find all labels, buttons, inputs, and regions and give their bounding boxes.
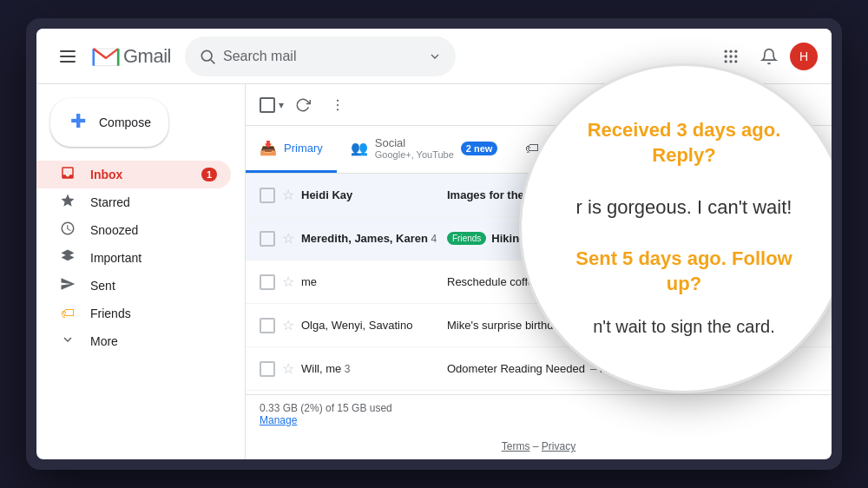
tab-primary[interactable]: 📥 Primary <box>246 126 337 173</box>
privacy-link[interactable]: Privacy <box>542 440 575 452</box>
manage-link[interactable]: Manage <box>260 414 297 426</box>
sender-text: Meredith, James, Karen <box>301 232 428 245</box>
svg-point-9 <box>729 60 732 63</box>
select-all-checkbox[interactable] <box>260 97 275 113</box>
more-options-button[interactable] <box>322 89 353 121</box>
svg-point-4 <box>734 49 737 52</box>
primary-tab-label: Primary <box>284 142 323 155</box>
inbox-icon <box>59 165 76 185</box>
svg-point-6 <box>729 55 732 57</box>
email-count: 4 <box>431 233 437 245</box>
browser-window: Gmail Search mail <box>36 29 832 459</box>
notifications-button[interactable] <box>752 39 786 74</box>
svg-line-1 <box>211 59 215 63</box>
magnifier-text-gorgeous: r is gorgeous. I can't wait! <box>576 195 792 221</box>
svg-point-8 <box>725 60 727 63</box>
email-count: 3 <box>345 363 351 375</box>
user-avatar-button[interactable]: H <box>790 43 818 70</box>
hamburger-line <box>60 56 76 57</box>
important-icon <box>59 248 76 268</box>
bell-icon <box>760 48 778 65</box>
gmail-logo: Gmail <box>92 43 171 70</box>
starred-icon <box>59 193 76 213</box>
social-tab-label: Social <box>375 136 454 149</box>
star-icon[interactable]: ☆ <box>282 360 294 377</box>
header-icons: H <box>713 39 818 74</box>
compose-plus-icon: ✚ <box>68 112 89 133</box>
sender-name: Olga, Wenyi, Savatino <box>301 319 440 332</box>
sender-text: Will, me <box>301 362 341 375</box>
more-icon <box>59 332 76 352</box>
search-icon <box>199 48 216 65</box>
search-bar[interactable]: Search mail <box>185 36 457 76</box>
svg-point-3 <box>729 49 732 52</box>
svg-point-13 <box>337 109 339 110</box>
email-checkbox[interactable] <box>260 188 275 203</box>
compose-label: Compose <box>99 115 151 129</box>
sent-label: Sent <box>90 279 217 293</box>
svg-point-2 <box>725 49 727 52</box>
search-input[interactable]: Search mail <box>223 49 422 64</box>
primary-tab-info: Primary <box>284 142 323 155</box>
social-tab-sublabel: Google+, YouTube <box>375 149 454 160</box>
sender-name: Will, me 3 <box>301 362 440 375</box>
terms-link[interactable]: Terms <box>502 440 530 452</box>
social-tab-icon: 👥 <box>351 140 368 156</box>
primary-tab-icon: 📥 <box>260 140 277 156</box>
sidebar: ✚ Compose Inbox 1 Starred <box>36 84 245 459</box>
sender-name: Meredith, James, Karen 4 <box>301 232 440 245</box>
avatar-initial: H <box>799 49 808 63</box>
magnifier-text-card: n't wait to sign the card. <box>593 314 774 339</box>
magnifier-text-received: Received 3 days ago. Reply? <box>556 118 812 168</box>
sidebar-item-inbox[interactable]: Inbox 1 <box>36 161 231 188</box>
social-tab-badge: 2 new <box>461 142 498 155</box>
refresh-button[interactable] <box>287 89 319 121</box>
magnifier-text-sent: Sent 5 days ago. Follow up? <box>556 247 812 296</box>
hamburger-line <box>60 50 76 52</box>
more-label: More <box>90 334 217 348</box>
hamburger-menu-button[interactable] <box>50 39 85 74</box>
svg-point-7 <box>734 55 737 57</box>
tab-social[interactable]: 👥 Social Google+, YouTube 2 new <box>337 126 512 173</box>
starred-label: Starred <box>90 195 217 209</box>
friends-icon: 🏷 <box>59 306 76 321</box>
compose-button[interactable]: ✚ Compose <box>50 98 168 147</box>
checkbox-dropdown-icon[interactable]: ▾ <box>279 99 284 111</box>
friends-label-badge: Friends <box>447 232 486 245</box>
email-checkbox[interactable] <box>260 274 275 290</box>
sender-name: me <box>301 275 440 288</box>
svg-point-5 <box>725 55 727 57</box>
sidebar-item-friends[interactable]: 🏷 Friends <box>36 300 231 327</box>
star-icon[interactable]: ☆ <box>282 187 294 203</box>
friends-label: Friends <box>90 307 217 320</box>
social-tab-info: Social Google+, YouTube <box>375 136 454 160</box>
email-checkbox[interactable] <box>260 318 275 333</box>
sidebar-item-snoozed[interactable]: Snoozed <box>36 216 231 244</box>
inbox-label: Inbox <box>90 168 187 181</box>
apps-icon <box>722 48 740 65</box>
star-icon[interactable]: ☆ <box>282 230 294 247</box>
gmail-logo-text: Gmail <box>123 45 171 68</box>
svg-point-0 <box>201 50 212 61</box>
more-dots-icon <box>330 97 345 113</box>
email-subject: Odometer Reading Needed <box>447 362 585 375</box>
star-icon[interactable]: ☆ <box>282 317 294 333</box>
email-checkbox[interactable] <box>260 361 275 377</box>
sidebar-item-important[interactable]: Important <box>36 244 231 272</box>
magnifier-overlay: Received 3 days ago. Reply? r is gorgeou… <box>519 63 832 393</box>
footer-separator: – <box>533 440 539 452</box>
email-checkbox[interactable] <box>260 231 275 247</box>
gmail-m-icon <box>92 43 120 70</box>
storage-info: 0.33 GB (2%) of 15 GB used <box>260 402 818 414</box>
svg-point-10 <box>734 60 737 63</box>
sidebar-item-sent[interactable]: Sent <box>36 272 231 300</box>
sidebar-item-more[interactable]: More <box>36 327 231 355</box>
refresh-icon <box>295 97 311 113</box>
sidebar-item-starred[interactable]: Starred <box>36 188 231 216</box>
footer-links: Terms – Privacy <box>246 433 832 459</box>
inbox-badge: 1 <box>201 168 217 181</box>
snoozed-label: Snoozed <box>90 223 217 237</box>
snoozed-icon <box>59 221 76 241</box>
star-icon[interactable]: ☆ <box>282 274 294 290</box>
email-footer: 0.33 GB (2%) of 15 GB used Manage <box>246 394 832 433</box>
